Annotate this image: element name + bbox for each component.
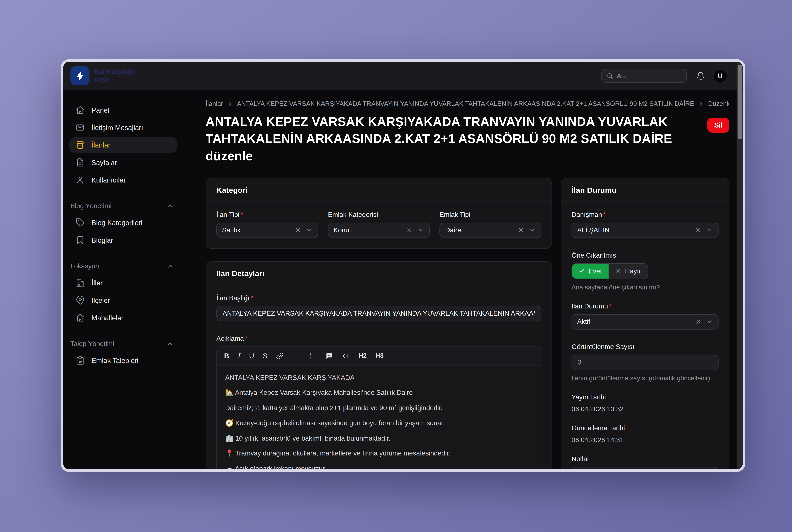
sidebar-item-label: İletişim Mesajları	[92, 124, 143, 131]
sidebar-item-kullanicilar[interactable]: Kullanıcılar	[70, 172, 177, 188]
breadcrumb: İlanlar ANTALYA KEPEZ VARSAK KARŞIYAKADA…	[206, 100, 730, 108]
sidebar-item-iletisim-mesajlari[interactable]: İletişim Mesajları	[70, 120, 177, 135]
chevron-down-icon[interactable]	[706, 319, 713, 325]
details-card: İlan Detayları İlan Başlığı* Açıklama* B…	[206, 261, 552, 472]
select-value: Satılık	[222, 226, 290, 234]
bold-button[interactable]: B	[224, 352, 229, 360]
select-value: Konut	[334, 226, 401, 234]
ordered-list-button[interactable]	[309, 352, 317, 360]
clipboard-icon	[76, 356, 85, 365]
sidebar-item-label: Mahalleler	[92, 314, 123, 322]
clear-icon[interactable]	[695, 319, 701, 325]
clear-icon[interactable]	[518, 227, 524, 233]
select-value: Daire	[445, 226, 513, 234]
section-label: Lokasyon	[71, 262, 99, 270]
quote-icon	[326, 352, 333, 360]
required-asterisk: *	[240, 211, 243, 218]
sidebar-section-lokasyon[interactable]: Lokasyon	[71, 262, 174, 270]
bullet-list-button[interactable]	[293, 352, 301, 360]
top-bar: Kat Karşılığı Arsa U	[63, 62, 743, 90]
chevron-down-icon[interactable]	[306, 227, 312, 233]
sidebar-item-label: İlanlar	[92, 141, 110, 149]
code-button[interactable]	[342, 352, 350, 360]
description-paragraph: 🚗 Açık otopark imkanı mevcuttur.	[225, 464, 533, 472]
featured-toggle: Evet Hayır	[572, 263, 648, 279]
clear-icon[interactable]	[406, 227, 413, 233]
clear-icon[interactable]	[294, 227, 301, 233]
delete-button[interactable]: Sil	[708, 118, 730, 133]
sidebar-item-label: Panel	[92, 106, 109, 114]
user-avatar[interactable]: U	[713, 69, 727, 83]
browser-window: Kat Karşılığı Arsa U Panel	[61, 59, 745, 472]
chevron-up-icon	[167, 263, 174, 270]
chevron-up-icon	[167, 340, 174, 347]
breadcrumb-listing[interactable]: ANTALYA KEPEZ VARSAK KARŞIYAKADA TRANVAY…	[237, 100, 694, 108]
chevron-right-icon	[227, 101, 233, 107]
user-icon	[76, 175, 85, 185]
emlak-kategorisi-select[interactable]: Konut	[328, 223, 430, 238]
sidebar: Panel İletişim Mesajları İlanlar Sayfala…	[63, 90, 185, 472]
details-card-title: İlan Detayları	[206, 262, 552, 285]
rich-text-editor: B I U S H2	[216, 346, 541, 472]
notifications-button[interactable]	[696, 71, 705, 80]
editor-toolbar: B I U S H2	[217, 347, 541, 365]
featured-no-option[interactable]: Hayır	[609, 264, 648, 279]
sidebar-item-sayfalar[interactable]: Sayfalar	[70, 155, 177, 170]
strikethrough-button[interactable]: S	[263, 352, 267, 360]
sidebar-item-label: Bloglar	[92, 236, 113, 244]
bullet-list-icon	[293, 352, 301, 360]
ilan-tipi-label: İlan Tipi*	[216, 211, 318, 218]
heading2-button[interactable]: H2	[359, 352, 367, 359]
search-icon	[606, 73, 613, 79]
ilan-basligi-input[interactable]	[216, 306, 541, 321]
featured-yes-option[interactable]: Evet	[572, 264, 609, 279]
description-editor-content[interactable]: ANTALYA KEPEZ VARSAK KARŞIYAKADA 🏡 Antal…	[217, 365, 541, 472]
italic-button[interactable]: I	[238, 352, 240, 360]
clear-icon[interactable]	[695, 227, 701, 233]
code-icon	[342, 352, 350, 360]
search-box[interactable]	[601, 69, 687, 83]
underline-button[interactable]: U	[249, 352, 254, 360]
sidebar-item-mahalleler[interactable]: Mahalleler	[70, 310, 177, 325]
chevron-down-icon[interactable]	[418, 227, 424, 233]
guncelleme-tarihi-value: 06.04.2026 14:31	[572, 436, 718, 443]
description-paragraph: 🏢 10 yıllık, asansörlü ve bakımlı binada…	[225, 433, 533, 443]
emlak-tipi-select[interactable]: Daire	[439, 223, 541, 238]
scrollbar[interactable]	[737, 62, 743, 469]
link-button[interactable]	[276, 352, 284, 360]
sidebar-item-label: Sayfalar	[92, 158, 117, 166]
sidebar-item-ilceler[interactable]: İlçeler	[70, 292, 177, 308]
heading3-button[interactable]: H3	[375, 352, 384, 359]
archive-icon	[76, 140, 85, 150]
sidebar-item-bloglar[interactable]: Bloglar	[70, 232, 177, 248]
description-paragraph: 🧭 Kuzey-doğu cepheli olması sayesinde gü…	[225, 418, 533, 428]
select-value: ALİ ŞAHİN	[577, 226, 690, 234]
chevron-down-icon[interactable]	[529, 227, 536, 233]
search-input[interactable]	[617, 72, 682, 79]
ilan-basligi-label: İlan Başlığı*	[216, 294, 541, 302]
goruntulenme-input[interactable]	[572, 355, 718, 370]
sidebar-section-talep-yonetimi[interactable]: Talep Yönetimi	[71, 340, 174, 347]
description-paragraph: ANTALYA KEPEZ VARSAK KARŞIYAKADA	[225, 373, 533, 382]
sidebar-item-panel[interactable]: Panel	[70, 102, 177, 118]
breadcrumb-ilanlar[interactable]: İlanlar	[206, 100, 223, 108]
ilan-durumu-select[interactable]: Aktif	[572, 314, 718, 329]
one-cikarilmis-label: Öne Çıkarılmış	[572, 251, 718, 259]
chevron-down-icon[interactable]	[706, 227, 713, 233]
sidebar-item-iller[interactable]: İller	[70, 275, 177, 290]
category-card: Kategori İlan Tipi* Satılık	[206, 178, 552, 249]
file-icon	[76, 158, 85, 167]
check-icon	[579, 268, 585, 274]
scrollbar-thumb[interactable]	[737, 65, 742, 139]
app-logo[interactable]: Kat Karşılığı Arsa	[71, 66, 133, 86]
blockquote-button[interactable]	[326, 352, 333, 360]
sidebar-item-emlak-talepleri[interactable]: Emlak Talepleri	[70, 353, 177, 368]
sidebar-section-blog-yonetimi[interactable]: Blog Yönetimi	[71, 202, 174, 210]
ilan-tipi-select[interactable]: Satılık	[216, 223, 318, 238]
sidebar-item-ilanlar[interactable]: İlanlar	[70, 137, 177, 153]
notlar-textarea[interactable]	[572, 467, 718, 472]
danisman-select[interactable]: ALİ ŞAHİN	[572, 223, 718, 238]
required-asterisk: *	[603, 211, 605, 218]
notlar-label: Notlar	[572, 455, 718, 463]
sidebar-item-blog-kategorileri[interactable]: Blog Kategorileri	[70, 215, 177, 230]
